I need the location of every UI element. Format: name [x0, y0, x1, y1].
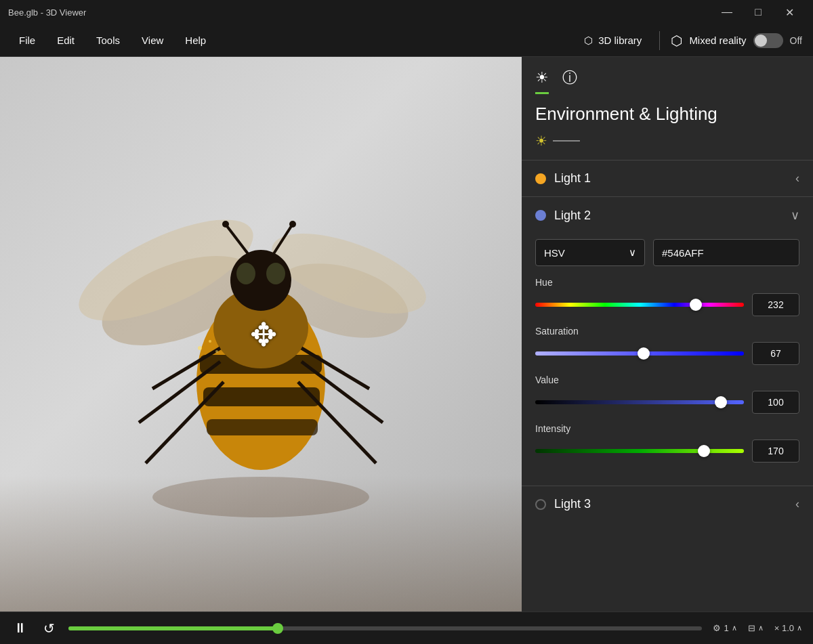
- light-3-section: Light 3 ‹: [522, 486, 813, 522]
- panel-title: Environment & Lighting: [522, 95, 813, 130]
- value-thumb[interactable]: [715, 396, 727, 408]
- progress-thumb[interactable]: [272, 623, 283, 634]
- pause-button[interactable]: ⏸: [11, 618, 30, 639]
- panel-tabs: ☀ ⓘ: [522, 57, 813, 95]
- mixed-reality-section: ⬡ Mixed reality Off: [671, 33, 802, 49]
- svg-point-0: [152, 477, 369, 517]
- light-1-chevron: ‹: [795, 171, 799, 186]
- menu-tools[interactable]: Tools: [88, 30, 128, 50]
- panel-subtitle: ☀: [522, 130, 813, 160]
- bee-model: [64, 138, 457, 531]
- cube-icon: ⬡: [584, 35, 593, 47]
- viewer-content: ✥: [0, 57, 522, 611]
- color-mode-select[interactable]: HSV ∨: [535, 239, 645, 266]
- light-1-header-left: Light 1: [535, 171, 591, 186]
- viewer-panel[interactable]: ✥: [0, 57, 522, 611]
- tab-info[interactable]: ⓘ: [562, 68, 577, 95]
- light-2-content: HSV ∨ Hue: [522, 234, 813, 486]
- intensity-slider-control: [535, 439, 799, 463]
- intensity-value-input[interactable]: [752, 439, 799, 463]
- svg-point-12: [266, 263, 285, 284]
- intensity-thumb[interactable]: [698, 445, 710, 457]
- right-panel: ☀ ⓘ Environment & Lighting ☀ Light 1 ‹: [522, 57, 813, 611]
- color-mode-label: HSV: [544, 247, 565, 259]
- dropdown-chevron-icon: ∨: [629, 246, 636, 259]
- zoom-chevron-icon: ∧: [797, 624, 802, 632]
- light-3-name: Light 3: [554, 497, 591, 511]
- hue-slider-track-container[interactable]: [535, 298, 744, 312]
- library-label: 3D library: [598, 35, 642, 46]
- polygon-chevron-icon: ∧: [732, 624, 737, 632]
- intensity-slider-row: Intensity: [535, 423, 799, 463]
- svg-point-16: [289, 221, 296, 228]
- saturation-value-input[interactable]: [752, 342, 799, 365]
- minimize-button[interactable]: —: [711, 0, 743, 24]
- tab-lighting[interactable]: ☀: [535, 69, 549, 94]
- saturation-slider-row: Saturation: [535, 326, 799, 365]
- hue-thumb[interactable]: [690, 299, 702, 311]
- playback-bar: ⏸ ↺ ⚙ 1 ∧ ⊟ ∧ × 1.0 ∧: [0, 611, 813, 644]
- light-1-dot: [535, 173, 546, 184]
- light-3-dot: [535, 499, 546, 510]
- hue-slider-control: [535, 293, 799, 316]
- light-3-header[interactable]: Light 3 ‹: [522, 486, 813, 522]
- progress-fill: [68, 626, 278, 630]
- intensity-track: [535, 449, 744, 453]
- refresh-button[interactable]: ↺: [41, 618, 58, 639]
- intensity-label: Intensity: [535, 423, 799, 434]
- mixed-reality-label: Mixed reality: [689, 35, 746, 46]
- svg-point-23: [198, 346, 202, 350]
- title-bar: Bee.glb - 3D Viewer — □ ✕: [0, 0, 813, 24]
- color-hex-input[interactable]: [653, 239, 799, 266]
- menu-help[interactable]: Help: [177, 30, 214, 50]
- menu-separator: [659, 31, 660, 50]
- hue-label: Hue: [535, 277, 799, 288]
- saturation-slider-control: [535, 342, 799, 365]
- saturation-label: Saturation: [535, 326, 799, 337]
- value-value-input[interactable]: [752, 391, 799, 414]
- light-3-header-left: Light 3: [535, 497, 591, 511]
- view-stat[interactable]: ⊟ ∧: [748, 623, 764, 633]
- color-mode-row: HSV ∨: [535, 239, 799, 266]
- saturation-slider-track-container[interactable]: [535, 347, 744, 360]
- zoom-stat[interactable]: × 1.0 ∧: [774, 623, 802, 633]
- light-1-section: Light 1 ‹: [522, 160, 813, 196]
- 3d-library-button[interactable]: ⬡ 3D library: [577, 30, 648, 51]
- hue-slider-row: Hue: [535, 277, 799, 316]
- light-2-dot: [535, 210, 546, 221]
- playback-right: ⚙ 1 ∧ ⊟ ∧ × 1.0 ∧: [713, 623, 802, 633]
- menu-right: ⬡ 3D library ⬡ Mixed reality Off: [577, 30, 802, 51]
- light-3-chevron: ‹: [795, 497, 799, 511]
- window-title: Bee.glb - 3D Viewer: [8, 7, 86, 18]
- mixed-reality-toggle[interactable]: [753, 33, 783, 48]
- value-slider-control: [535, 391, 799, 414]
- zoom-label: × 1.0: [774, 623, 794, 633]
- light-1-header[interactable]: Light 1 ‹: [522, 160, 813, 196]
- intensity-slider-track-container[interactable]: [535, 444, 744, 458]
- progress-track[interactable]: [68, 626, 702, 630]
- toggle-off-label: Off: [790, 35, 802, 46]
- close-button[interactable]: ✕: [774, 0, 805, 24]
- svg-rect-7: [203, 387, 320, 406]
- svg-point-11: [236, 263, 255, 284]
- value-slider-row: Value: [535, 374, 799, 414]
- menu-view[interactable]: View: [133, 30, 171, 50]
- svg-rect-8: [207, 419, 318, 435]
- light-1-name: Light 1: [554, 171, 591, 186]
- light-2-header[interactable]: Light 2 ∨: [522, 197, 813, 234]
- polygon-value: 1: [724, 623, 728, 633]
- maximize-button[interactable]: □: [743, 0, 774, 24]
- svg-point-25: [215, 350, 218, 353]
- light-2-name: Light 2: [554, 209, 591, 223]
- menu-bar: File Edit Tools View Help ⬡ 3D library ⬡…: [0, 24, 813, 57]
- polygon-count-stat[interactable]: ⚙ 1 ∧: [713, 623, 736, 633]
- menu-items: File Edit Tools View Help: [11, 30, 577, 50]
- value-slider-track-container[interactable]: [535, 395, 744, 409]
- hue-value-input[interactable]: [752, 293, 799, 316]
- menu-file[interactable]: File: [11, 30, 43, 50]
- hue-track: [535, 303, 744, 307]
- menu-edit[interactable]: Edit: [49, 30, 83, 50]
- saturation-thumb[interactable]: [638, 347, 650, 360]
- main-area: ✥ ☀ ⓘ Environment & Lighting ☀ Light 1 ‹: [0, 57, 813, 611]
- polygon-icon: ⚙: [713, 623, 721, 633]
